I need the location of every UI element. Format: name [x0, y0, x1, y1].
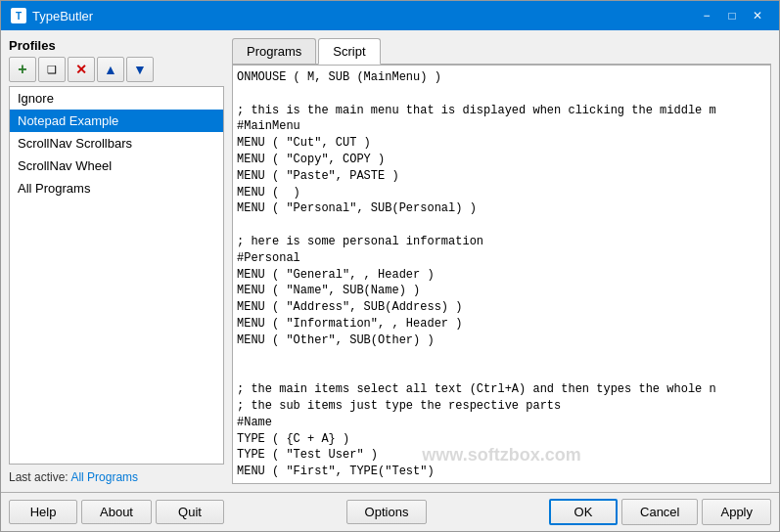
move-down-button[interactable]: ▼	[126, 57, 154, 82]
last-active-bar: Last active: All Programs	[9, 470, 224, 484]
script-area-container: ONMOUSE ( M, SUB (MainMenu) ) ; this is …	[232, 65, 771, 484]
tab-script[interactable]: Script	[318, 38, 380, 65]
script-editor[interactable]: ONMOUSE ( M, SUB (MainMenu) ) ; this is …	[233, 66, 770, 483]
title-bar-controls: − □ ✕	[695, 6, 769, 25]
list-item[interactable]: Notepad Example	[10, 110, 223, 132]
ok-cancel-area: OK Cancel Apply	[549, 499, 771, 525]
delete-profile-button[interactable]: ✕	[68, 57, 95, 82]
quit-button[interactable]: Quit	[156, 500, 224, 524]
main-content: Profiles + ❑ ✕ ▲ ▼ Ignore Notepad Exampl…	[1, 30, 779, 492]
move-up-button[interactable]: ▲	[97, 57, 124, 82]
about-button[interactable]: About	[81, 500, 152, 524]
profiles-toolbar: + ❑ ✕ ▲ ▼	[9, 57, 224, 82]
list-item[interactable]: All Programs	[10, 177, 223, 200]
profiles-list: Ignore Notepad Example ScrollNav Scrollb…	[9, 86, 224, 465]
close-button[interactable]: ✕	[746, 6, 769, 25]
title-bar: T TypeButler − □ ✕	[1, 1, 779, 30]
copy-profile-button[interactable]: ❑	[38, 57, 66, 82]
right-panel: Programs Script ONMOUSE ( M, SUB (MainMe…	[232, 38, 771, 484]
left-panel: Profiles + ❑ ✕ ▲ ▼ Ignore Notepad Exampl…	[9, 38, 224, 484]
last-active-value: All Programs	[70, 470, 138, 484]
tab-programs[interactable]: Programs	[232, 38, 316, 64]
apply-button[interactable]: Apply	[702, 499, 771, 525]
last-active-label: Last active:	[9, 470, 69, 484]
list-item[interactable]: Ignore	[10, 87, 223, 110]
help-button[interactable]: Help	[9, 500, 77, 524]
profiles-label: Profiles	[9, 38, 224, 53]
maximize-button[interactable]: □	[720, 6, 744, 25]
title-bar-left: T TypeButler	[11, 8, 93, 23]
main-window: T TypeButler − □ ✕ Profiles + ❑ ✕ ▲ ▼ Ig…	[0, 0, 780, 532]
tabs-bar: Programs Script	[232, 38, 771, 65]
minimize-button[interactable]: −	[695, 6, 718, 25]
list-item[interactable]: ScrollNav Scrollbars	[10, 132, 223, 155]
list-item[interactable]: ScrollNav Wheel	[10, 155, 223, 177]
options-button[interactable]: Options	[346, 500, 428, 524]
bottom-bar: Help About Quit Options OK Cancel Apply	[1, 492, 779, 531]
cancel-button[interactable]: Cancel	[621, 499, 698, 525]
app-icon: T	[11, 8, 26, 23]
window-title: TypeButler	[32, 9, 93, 23]
ok-button[interactable]: OK	[549, 499, 618, 525]
add-profile-button[interactable]: +	[9, 57, 36, 82]
